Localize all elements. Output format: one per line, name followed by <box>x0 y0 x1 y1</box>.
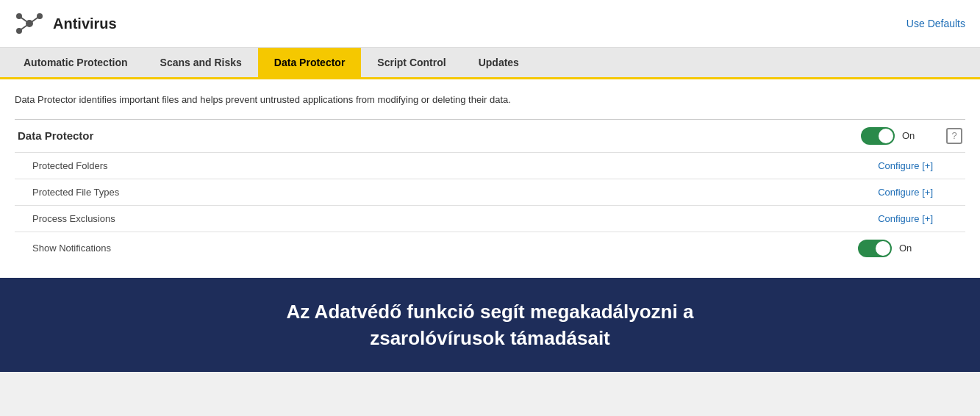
tab-data-protector[interactable]: Data Protector <box>258 48 361 77</box>
header: Antivirus Use Defaults <box>0 0 980 48</box>
content-area: Data Protector identifies important file… <box>0 79 980 278</box>
show-notifications-toggle[interactable] <box>858 240 892 257</box>
show-notifications-label: Show Notifications <box>18 243 858 254</box>
banner-line1: Az Adatvédő funkció segít megakadályozni… <box>287 301 694 323</box>
app-container: Antivirus Use Defaults Automatic Protect… <box>0 0 980 372</box>
show-notifications-row: Show Notifications On <box>15 232 965 265</box>
svg-line-6 <box>19 24 29 31</box>
tab-updates[interactable]: Updates <box>462 48 535 77</box>
help-icon[interactable]: ? <box>946 128 962 144</box>
tabs-bar: Automatic Protection Scans and Risks Dat… <box>0 48 980 79</box>
data-protector-status: On <box>902 130 924 141</box>
app-title: Antivirus <box>53 15 117 32</box>
tab-script-control[interactable]: Script Control <box>361 48 462 77</box>
svg-line-4 <box>19 16 29 24</box>
data-protector-main-row: Data Protector On ? <box>15 119 965 152</box>
promo-banner: Az Adatvédő funkció segít megakadályozni… <box>0 278 980 373</box>
svg-line-5 <box>29 16 40 24</box>
protected-folders-row: Protected Folders Configure [+] <box>15 152 965 179</box>
antivirus-logo-icon <box>15 9 44 38</box>
use-defaults-link[interactable]: Use Defaults <box>906 18 965 29</box>
data-protector-toggle-wrapper: On <box>861 127 924 145</box>
data-protector-toggle[interactable] <box>861 127 895 145</box>
tab-automatic-protection[interactable]: Automatic Protection <box>7 48 144 77</box>
protected-file-types-configure-link[interactable]: Configure [+] <box>878 187 933 198</box>
description-text: Data Protector identifies important file… <box>15 93 965 107</box>
tab-scans-and-risks[interactable]: Scans and Risks <box>144 48 258 77</box>
show-notifications-status: On <box>899 243 921 254</box>
protected-file-types-row: Protected File Types Configure [+] <box>15 179 965 205</box>
banner-text: Az Adatvédő funkció segít megakadályozni… <box>15 298 965 352</box>
protected-folders-label: Protected Folders <box>18 160 878 171</box>
header-left: Antivirus <box>15 9 117 38</box>
protected-folders-configure-link[interactable]: Configure [+] <box>878 160 933 171</box>
data-protector-label: Data Protector <box>18 129 861 142</box>
show-notifications-toggle-wrapper: On <box>858 240 921 257</box>
process-exclusions-label: Process Exclusions <box>18 213 878 224</box>
process-exclusions-row: Process Exclusions Configure [+] <box>15 205 965 232</box>
banner-line2: zsarolóvírusok támadásait <box>370 327 610 349</box>
protected-file-types-label: Protected File Types <box>18 187 878 198</box>
process-exclusions-configure-link[interactable]: Configure [+] <box>878 213 933 224</box>
